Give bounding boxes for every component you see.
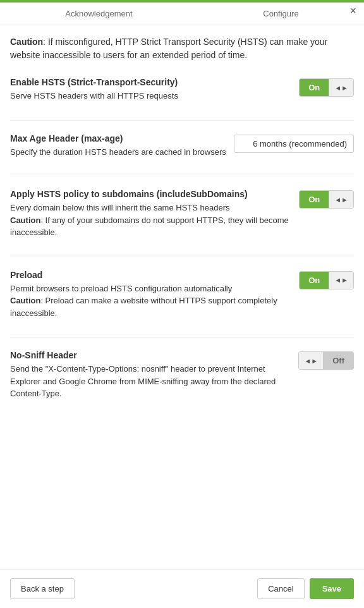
setting-enable-hsts-control: On ◄► <box>299 78 354 97</box>
setting-no-sniff-title: No-Sniff Header <box>10 350 291 360</box>
setting-no-sniff-text: No-Sniff Header Send the "X-Content-Type… <box>10 350 291 400</box>
back-step-button[interactable]: Back a step <box>10 578 75 599</box>
setting-preload-desc: Permit browsers to preload HSTS configur… <box>10 283 291 320</box>
toggle-on-button[interactable]: On <box>300 79 329 96</box>
setting-max-age: Max Age Header (max-age) Specify the dur… <box>10 133 354 159</box>
max-age-select[interactable]: 6 months (recommended) <box>234 135 354 153</box>
setting-preload-desc-main: Permit browsers to preload HSTS configur… <box>10 284 232 293</box>
setting-max-age-text: Max Age Header (max-age) Specify the dur… <box>10 133 226 159</box>
setting-subdomains-text: Apply HSTS policy to subdomains (include… <box>10 189 291 239</box>
setting-no-sniff-desc: Send the "X-Content-Type-Options: nosnif… <box>10 363 291 400</box>
setting-max-age-title: Max Age Header (max-age) <box>10 133 226 143</box>
setting-subdomains-caution-label: Caution <box>10 216 40 225</box>
setting-preload-title: Preload <box>10 270 291 280</box>
toggle-preload-on-button[interactable]: On <box>300 272 329 289</box>
setting-enable-hsts-title: Enable HSTS (Strict-Transport-Security) <box>10 77 291 87</box>
setting-preload-caution-label: Caution <box>10 296 40 305</box>
toggle-subdomains-on-button[interactable]: On <box>300 191 329 208</box>
setting-subdomains-control: On ◄► <box>299 190 354 209</box>
setting-subdomains-desc: Every domain below this will inherit the… <box>10 202 291 239</box>
setting-subdomains-title: Apply HSTS policy to subdomains (include… <box>10 189 291 199</box>
content: Caution: If misconfigured, HTTP Strict T… <box>0 25 364 481</box>
setting-no-sniff-control: ◄► Off <box>298 351 354 370</box>
setting-preload-text: Preload Permit browsers to preload HSTS … <box>10 270 291 320</box>
divider-4 <box>10 337 354 337</box>
save-button[interactable]: Save <box>310 578 354 599</box>
setting-enable-hsts-desc: Serve HSTS headers with all HTTPS reques… <box>10 90 291 102</box>
toggle-preload-arrow-button[interactable]: ◄► <box>329 272 353 289</box>
divider-3 <box>10 257 354 257</box>
caution-text: : If misconfigured, HTTP Strict Transpor… <box>10 37 327 60</box>
tab-configure[interactable]: Configure <box>263 9 298 18</box>
footer: Back a step Cancel Save <box>0 569 364 608</box>
footer-right: Cancel Save <box>257 578 354 599</box>
toggle-preload: On ◄► <box>299 271 354 289</box>
setting-max-age-desc: Specify the duration HSTS headers are ca… <box>10 146 226 159</box>
caution-block: Caution: If misconfigured, HTTP Strict T… <box>10 35 354 62</box>
setting-preload-caution-text: : Preload can make a website without HTT… <box>10 296 277 318</box>
toggle-subdomains-arrow-button[interactable]: ◄► <box>329 191 353 208</box>
setting-no-sniff: No-Sniff Header Send the "X-Content-Type… <box>10 350 354 400</box>
toggle-enable-hsts: On ◄► <box>299 78 354 97</box>
setting-max-age-control: 6 months (recommended) <box>234 135 354 153</box>
setting-enable-hsts: Enable HSTS (Strict-Transport-Security) … <box>10 77 354 102</box>
header: × Acknowledgement Configure <box>0 0 364 25</box>
setting-preload: Preload Permit browsers to preload HSTS … <box>10 270 354 320</box>
divider-1 <box>10 120 354 121</box>
setting-enable-hsts-text: Enable HSTS (Strict-Transport-Security) … <box>10 77 291 102</box>
divider-2 <box>10 176 354 176</box>
setting-preload-control: On ◄► <box>299 271 354 289</box>
cancel-button[interactable]: Cancel <box>257 578 304 599</box>
close-button[interactable]: × <box>349 5 356 16</box>
toggle-no-sniff: ◄► Off <box>298 351 354 370</box>
toggle-subdomains: On ◄► <box>299 190 354 209</box>
setting-subdomains-caution-text: : If any of your subdomains do not suppo… <box>10 216 289 238</box>
toggle-arrow-button[interactable]: ◄► <box>329 79 353 96</box>
setting-subdomains-desc-main: Every domain below this will inherit the… <box>10 203 230 212</box>
setting-subdomains: Apply HSTS policy to subdomains (include… <box>10 189 354 239</box>
tabs: Acknowledgement Configure <box>0 3 364 25</box>
toggle-no-sniff-off-button[interactable]: Off <box>324 352 353 369</box>
toggle-no-sniff-arrow-button[interactable]: ◄► <box>299 352 324 369</box>
caution-label: Caution <box>10 37 43 47</box>
tab-acknowledgement[interactable]: Acknowledgement <box>65 9 132 18</box>
